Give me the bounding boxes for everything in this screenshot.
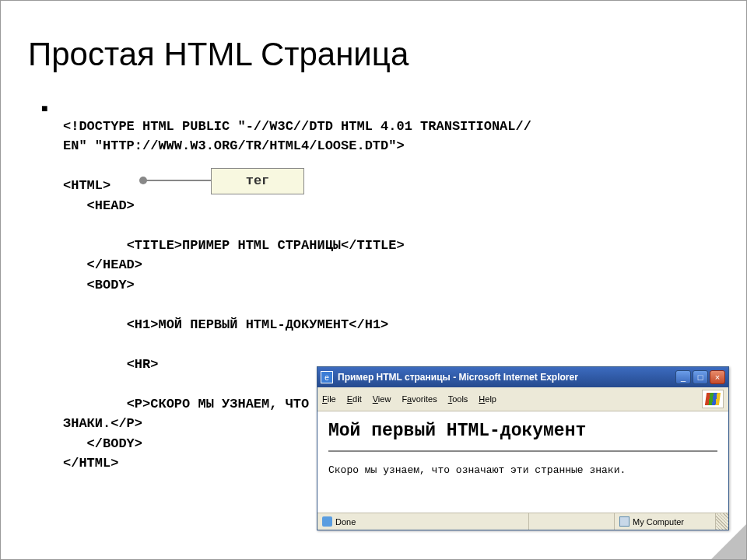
minimize-button[interactable]: _ <box>675 370 691 384</box>
ie-app-icon: e <box>321 371 333 383</box>
code-doctype: <!DOCTYPE HTML PUBLIC "-//W3C//DTD HTML … <box>63 119 531 154</box>
ie-menubar: File Edit View Favorites Tools Help <box>317 387 728 411</box>
code-body-close: </BODY> <box>87 436 142 451</box>
code-html-open: <HTML> <box>63 178 110 193</box>
callout-connector <box>141 180 211 181</box>
code-hr: <HR> <box>127 357 159 372</box>
close-button[interactable]: × <box>710 370 725 384</box>
page-paragraph: Скоро мы узнаем, что означают эти странн… <box>328 464 717 476</box>
ie-window: e Пример HTML страницы - Microsoft Inter… <box>317 366 729 530</box>
done-icon <box>322 516 332 527</box>
menu-tools[interactable]: Tools <box>448 394 468 404</box>
ie-statusbar: Done My Computer <box>317 513 728 530</box>
ie-window-title: Пример HTML страницы - Microsoft Interne… <box>338 372 675 383</box>
menu-help[interactable]: Help <box>479 394 496 404</box>
page-corner-fold <box>711 524 746 559</box>
maximize-button[interactable]: □ <box>693 370 708 384</box>
code-html-close: </HTML> <box>63 456 118 471</box>
status-zone-text: My Computer <box>633 517 684 527</box>
code-body-open: <BODY> <box>87 278 135 292</box>
status-zone: My Computer <box>615 513 716 530</box>
ie-content-area: Мой первый HTML-документ Скоро мы узнаем… <box>317 411 728 513</box>
menu-favorites[interactable]: Favorites <box>402 394 437 404</box>
status-done-text: Done <box>335 517 356 527</box>
code-head-open: <HEAD> <box>87 198 135 213</box>
code-h1: <H1>МОЙ ПЕРВЫЙ HTML-ДОКУМЕНТ</H1> <box>127 317 389 332</box>
status-left: Done <box>317 513 529 530</box>
page-hr <box>328 450 717 452</box>
code-head-close: </HEAD> <box>87 257 142 272</box>
slide-title: Простая HTML Страница <box>28 36 719 73</box>
page-heading: Мой первый HTML-документ <box>328 421 717 441</box>
code-title: <TITLE>ПРИМЕР HTML СТРАНИЦЫ</TITLE> <box>127 238 405 253</box>
window-controls: _ □ × <box>675 370 725 384</box>
callout-label: тег <box>211 168 304 194</box>
status-empty-pane <box>529 513 615 530</box>
windows-logo-icon <box>702 390 724 408</box>
slide: Простая HTML Страница ■ <!DOCTYPE HTML P… <box>0 0 747 560</box>
computer-icon <box>619 516 630 527</box>
menu-edit[interactable]: Edit <box>347 394 362 404</box>
ie-titlebar[interactable]: e Пример HTML страницы - Microsoft Inter… <box>317 367 728 387</box>
bullet-icon: ■ <box>41 102 47 114</box>
menu-view[interactable]: View <box>373 394 391 404</box>
menu-file[interactable]: File <box>322 394 336 404</box>
